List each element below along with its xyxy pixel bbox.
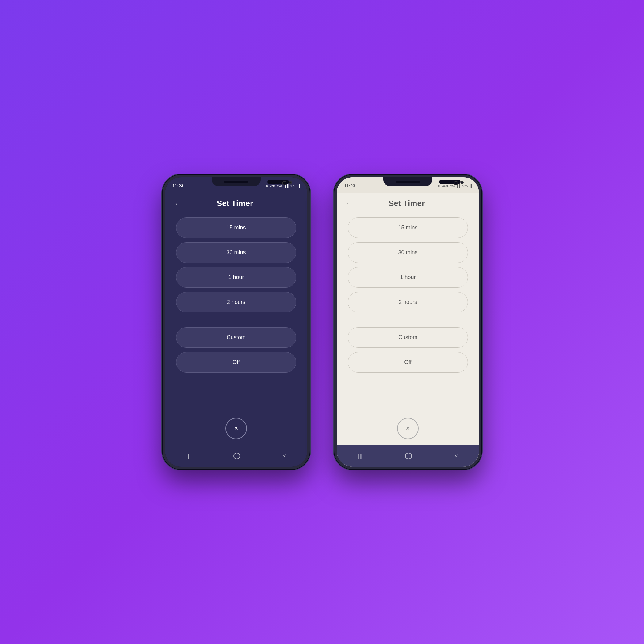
side-button-volume-up (163, 232, 163, 248)
app-content-dark: ← Set Timer 15 mins 30 mins 1 hour 2 hou… (165, 193, 307, 445)
screen-title: Set Timer (181, 199, 289, 208)
close-button-container: × (337, 415, 479, 445)
wifi-icon: ≋ (437, 184, 440, 188)
timer-1hour-button[interactable]: 1 hour (176, 267, 296, 288)
camera-lens-2 (461, 181, 464, 184)
timer-1hour-button[interactable]: 1 hour (348, 267, 468, 288)
timer-custom-button[interactable]: Custom (348, 327, 468, 348)
nav-recent-apps-icon[interactable]: ||| (358, 453, 362, 459)
battery-icon: ▐ (470, 184, 472, 188)
app-content-light: ← Set Timer 15 mins 30 mins 1 hour 2 hou… (337, 193, 479, 445)
timer-off-button[interactable]: Off (348, 352, 468, 373)
timer-options-list: 15 mins 30 mins 1 hour 2 hours Custom Of… (337, 211, 479, 415)
timer-2hours-button[interactable]: 2 hours (176, 292, 296, 312)
camera-lens-1 (454, 181, 458, 185)
app-header: ← Set Timer (337, 193, 479, 211)
close-button[interactable]: × (397, 418, 419, 439)
side-button-volume-down (163, 254, 163, 278)
nav-home-icon[interactable] (405, 453, 412, 459)
speaker-grill (224, 181, 248, 183)
spacer (348, 317, 468, 323)
app-header: ← Set Timer (165, 193, 307, 211)
screen-title: Set Timer (353, 199, 461, 208)
phone-dark: 11:23 ≋ Vo0 R Vo0 ▐▐ 43% ▐ ← Set Timer 1… (163, 175, 310, 469)
timer-2hours-button[interactable]: 2 hours (348, 292, 468, 312)
side-button-volume-up (334, 232, 335, 248)
side-button-power (309, 239, 310, 269)
wifi-icon: ≋ (266, 184, 268, 188)
timer-15mins-button[interactable]: 15 mins (348, 217, 468, 238)
close-button-container: × (165, 415, 307, 445)
navigation-bar: ||| < (165, 445, 307, 467)
camera-lens-1 (282, 181, 286, 185)
timer-custom-button[interactable]: Custom (176, 327, 296, 348)
timer-off-button[interactable]: Off (176, 352, 296, 373)
status-time: 11:23 (172, 183, 183, 188)
spacer (176, 317, 296, 323)
camera-module (282, 181, 292, 185)
nav-recent-apps-icon[interactable]: ||| (186, 453, 191, 459)
navigation-bar: ||| < (337, 445, 479, 467)
phone-light: 11:23 ≋ Vo0 R Vo0 ▐▐ 43% ▐ ← Set Timer 1… (334, 175, 481, 469)
timer-options-list: 15 mins 30 mins 1 hour 2 hours Custom Of… (165, 211, 307, 415)
close-button[interactable]: × (225, 418, 247, 439)
nav-back-icon[interactable]: < (455, 453, 458, 459)
timer-30mins-button[interactable]: 30 mins (348, 242, 468, 263)
camera-lens-2 (289, 181, 292, 184)
timer-15mins-button[interactable]: 15 mins (176, 217, 296, 238)
side-button-power (481, 239, 481, 269)
battery-icon: ▐ (298, 184, 300, 188)
side-button-volume-down (334, 254, 335, 278)
speaker-grill (396, 181, 420, 183)
status-time: 11:23 (344, 183, 355, 188)
back-button[interactable]: ← (346, 200, 353, 207)
nav-home-icon[interactable] (233, 453, 240, 459)
camera-module (454, 181, 464, 185)
nav-back-icon[interactable]: < (283, 453, 286, 459)
timer-30mins-button[interactable]: 30 mins (176, 242, 296, 263)
back-button[interactable]: ← (174, 200, 181, 207)
